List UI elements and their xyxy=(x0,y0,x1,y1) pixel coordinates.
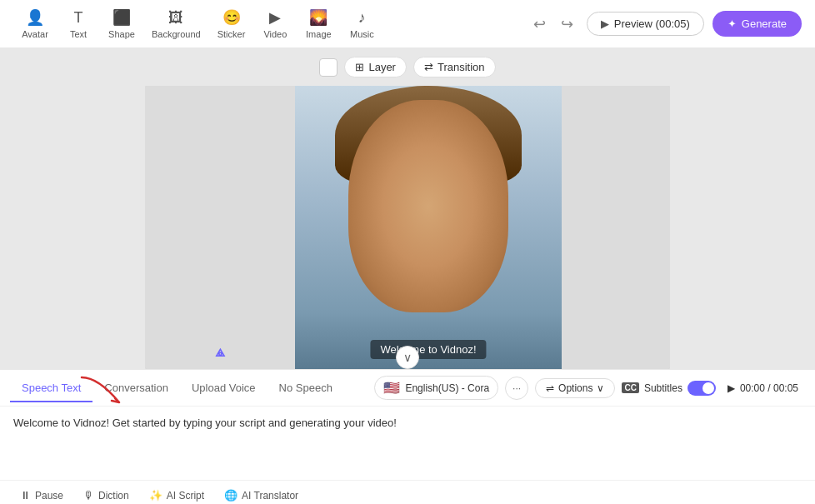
pause-icon: ⏸ xyxy=(20,489,31,502)
tool-avatar[interactable]: 👤 Avatar xyxy=(13,3,57,44)
tool-sticker[interactable]: 😊 Sticker xyxy=(209,3,254,44)
diction-label: Diction xyxy=(98,490,129,502)
subtitles-toggle[interactable] xyxy=(688,381,716,396)
background-label: Background xyxy=(152,29,201,39)
tool-music[interactable]: ♪ Music xyxy=(340,3,383,44)
ai-translator-button[interactable]: 🌐 AI Translator xyxy=(218,486,305,504)
play-circle-icon: ▶ xyxy=(601,17,609,30)
layer-label: Layer xyxy=(368,61,396,73)
layer-button[interactable]: ⊞ Layer xyxy=(344,57,407,77)
canvas-checkbox[interactable] xyxy=(319,58,338,77)
bottom-panel: Speech TextConversationUpload VoiceNo Sp… xyxy=(0,369,815,504)
play-button[interactable]: ▶ xyxy=(728,382,735,394)
generate-button[interactable]: ✦ Generate xyxy=(712,11,802,37)
voice-name: English(US) - Cora xyxy=(405,382,489,394)
play-time-display: ▶ 00:00 / 00:05 xyxy=(728,382,798,394)
more-options-button[interactable]: ··· xyxy=(505,377,528,400)
flag-icon: 🇺🇸 xyxy=(383,380,400,396)
generate-label: Generate xyxy=(742,17,787,30)
ai-translator-icon: 🌐 xyxy=(224,489,238,502)
music-label: Music xyxy=(350,29,374,39)
script-textarea[interactable] xyxy=(13,417,802,467)
canvas-welcome-text: Welcome to Vidnoz! xyxy=(370,340,486,359)
time-display: 00:00 / 00:05 xyxy=(740,382,798,394)
image-icon: 🌄 xyxy=(309,8,328,27)
transition-button[interactable]: ⇄ Transition xyxy=(413,57,496,77)
toggle-knob xyxy=(702,382,714,394)
background-icon: 🖼 xyxy=(168,9,183,27)
video-label: Video xyxy=(263,29,287,39)
redo-button[interactable]: ↪ xyxy=(556,12,578,37)
canvas-left-panel: ⟁ xyxy=(145,86,295,369)
pause-button[interactable]: ⏸ Pause xyxy=(13,486,70,504)
sticker-label: Sticker xyxy=(218,29,246,39)
ellipsis-icon: ··· xyxy=(512,382,521,394)
pause-label: Pause xyxy=(35,490,63,502)
script-area xyxy=(0,407,815,480)
generate-icon: ✦ xyxy=(728,17,737,30)
subtitles-label: Subtitles xyxy=(644,382,682,394)
voice-controls: 🇺🇸 English(US) - Cora ··· ⇌ Options ∨ CC… xyxy=(374,376,805,400)
avatar-label: Avatar xyxy=(22,29,48,39)
image-label: Image xyxy=(306,29,332,39)
collapse-button[interactable]: ∨ xyxy=(396,346,419,369)
transition-label: Transition xyxy=(438,61,485,73)
diction-button[interactable]: 🎙 Diction xyxy=(77,486,136,504)
ai-script-icon: ✨ xyxy=(149,489,162,502)
layer-icon: ⊞ xyxy=(355,61,364,73)
ai-script-button[interactable]: ✨ AI Script xyxy=(142,486,211,504)
sliders-icon: ⇌ xyxy=(546,382,554,394)
avatar-face xyxy=(348,100,508,312)
preview-button[interactable]: ▶ Preview (00:05) xyxy=(587,12,704,36)
sticker-icon: 😊 xyxy=(222,8,241,27)
speech-tab-no-speech[interactable]: No Speech xyxy=(268,373,344,402)
chevron-down-icon: ∨ xyxy=(597,382,604,394)
main-area: ⊞ Layer ⇄ Transition ⟁ Welcome to Vidnoz… xyxy=(0,48,815,504)
canvas-top-bar: ⊞ Layer ⇄ Transition xyxy=(319,57,495,77)
tool-text[interactable]: T Text xyxy=(57,3,100,44)
ai-script-label: AI Script xyxy=(167,490,204,502)
options-label: Options xyxy=(558,382,592,394)
shape-label: Shape xyxy=(108,29,135,39)
subtitles-control: CC Subtitles xyxy=(622,381,715,396)
avatar-icon: 👤 xyxy=(26,8,44,27)
chevron-down-icon: ∨ xyxy=(403,351,412,364)
text-label: Text xyxy=(70,29,87,39)
canvas-center-panel: Welcome to Vidnoz! xyxy=(295,86,562,369)
preview-label: Preview (00:05) xyxy=(614,17,690,30)
toolbar: 👤 Avatar T Text ⬛ Shape 🖼 Background 😊 S… xyxy=(0,0,815,48)
tool-background[interactable]: 🖼 Background xyxy=(143,3,209,44)
voice-selector[interactable]: 🇺🇸 English(US) - Cora xyxy=(374,376,498,400)
speech-tab-speech-text[interactable]: Speech Text xyxy=(10,373,92,402)
canvas-right-panel xyxy=(562,86,670,369)
canvas-area: ⊞ Layer ⇄ Transition ⟁ Welcome to Vidnoz… xyxy=(0,48,815,369)
speech-tab-conversation[interactable]: Conversation xyxy=(92,373,180,402)
avatar-display xyxy=(295,86,562,369)
transition-icon: ⇄ xyxy=(424,61,433,73)
tool-image[interactable]: 🌄 Image xyxy=(297,3,340,44)
speech-tabs-bar: Speech TextConversationUpload VoiceNo Sp… xyxy=(0,370,815,407)
ai-translator-label: AI Translator xyxy=(242,490,298,502)
text-icon: T xyxy=(74,9,83,27)
canvas-content: ⟁ Welcome to Vidnoz! xyxy=(145,86,670,369)
undo-button[interactable]: ↩ xyxy=(528,12,551,37)
speech-tab-upload-voice[interactable]: Upload Voice xyxy=(180,373,268,402)
music-icon: ♪ xyxy=(358,9,366,27)
bottom-action-bar: ⏸ Pause 🎙 Diction ✨ AI Script 🌐 AI Trans… xyxy=(0,480,815,504)
shape-icon: ⬛ xyxy=(112,8,131,27)
cc-icon: CC xyxy=(622,382,638,393)
diction-icon: 🎙 xyxy=(83,489,94,502)
options-button[interactable]: ⇌ Options ∨ xyxy=(535,378,615,398)
tool-video[interactable]: ▶ Video xyxy=(253,3,297,44)
tool-shape[interactable]: ⬛ Shape xyxy=(100,3,143,44)
video-icon: ▶ xyxy=(269,8,281,27)
vidnoz-logo: ⟁ xyxy=(215,342,225,361)
